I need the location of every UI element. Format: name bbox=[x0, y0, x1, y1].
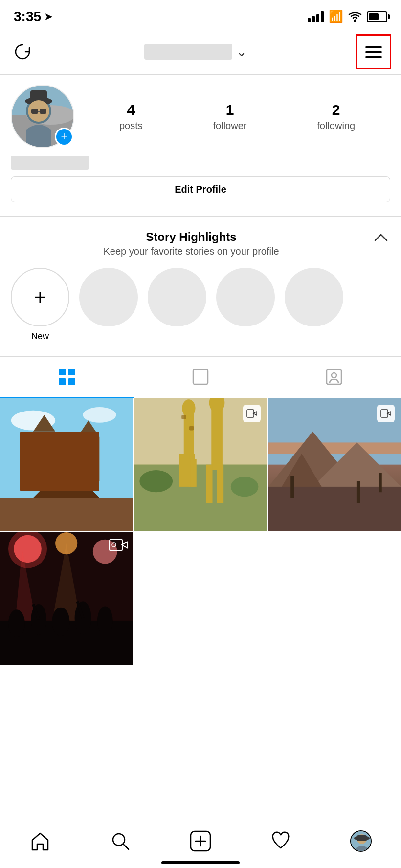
posts-grid bbox=[0, 398, 401, 665]
status-bar: 3:35 ➤ 📶 bbox=[0, 0, 401, 29]
wifi-icon-svg bbox=[348, 11, 362, 22]
highlights-section: Story Highlights Keep your favorite stor… bbox=[0, 216, 401, 356]
post-image-1 bbox=[0, 398, 133, 531]
highlights-header: Story Highlights Keep your favorite stor… bbox=[11, 230, 390, 257]
status-time: 3:35 bbox=[14, 9, 41, 24]
wifi-icon: 📶 bbox=[329, 10, 343, 23]
username-dropdown[interactable]: ⌄ bbox=[144, 44, 247, 60]
nav-avatar-image bbox=[351, 831, 372, 852]
add-icon bbox=[190, 830, 211, 852]
profile-username-display bbox=[11, 156, 89, 170]
new-highlight-label: New bbox=[31, 331, 49, 342]
post-item-4[interactable] bbox=[0, 532, 133, 665]
video-badge-3 bbox=[376, 403, 396, 424]
tagged-view-icon bbox=[325, 368, 343, 386]
svg-rect-8 bbox=[31, 109, 38, 114]
svg-rect-12 bbox=[68, 369, 75, 375]
highlight-item-1[interactable] bbox=[79, 268, 138, 326]
home-bar bbox=[161, 861, 240, 864]
svg-rect-55 bbox=[357, 481, 360, 503]
menu-button[interactable] bbox=[356, 34, 391, 69]
tab-grid[interactable] bbox=[0, 357, 134, 398]
svg-rect-35 bbox=[185, 459, 190, 487]
followers-stat[interactable]: 1 follower bbox=[213, 102, 247, 131]
following-count: 2 bbox=[332, 102, 340, 118]
highlight-item-3[interactable] bbox=[216, 268, 275, 326]
svg-rect-36 bbox=[191, 459, 197, 487]
top-nav: ⌄ bbox=[0, 29, 401, 75]
video-icon-3 bbox=[380, 408, 391, 419]
grid-view-icon bbox=[58, 368, 76, 386]
tab-tagged[interactable] bbox=[267, 357, 401, 398]
profile-stats: 4 posts 1 follower 2 following bbox=[84, 102, 390, 131]
nav-search-button[interactable] bbox=[106, 829, 135, 853]
svg-point-76 bbox=[112, 543, 116, 547]
svg-rect-38 bbox=[182, 415, 186, 419]
highlights-title-area: Story Highlights Keep your favorite stor… bbox=[11, 230, 372, 257]
tab-reels[interactable] bbox=[134, 357, 267, 398]
add-story-button[interactable]: + bbox=[55, 128, 73, 146]
highlight-circle-2 bbox=[148, 268, 206, 326]
svg-rect-29 bbox=[0, 498, 133, 531]
nav-profile-button[interactable] bbox=[346, 829, 376, 853]
video-badge-icon bbox=[243, 405, 261, 422]
svg-point-70 bbox=[75, 602, 91, 635]
svg-rect-49 bbox=[268, 442, 401, 454]
posts-stat[interactable]: 4 posts bbox=[119, 102, 143, 131]
signal-bars-icon bbox=[308, 11, 324, 22]
new-highlight-plus-icon: + bbox=[34, 286, 46, 308]
username-box bbox=[144, 44, 232, 60]
svg-rect-16 bbox=[327, 369, 341, 384]
history-button[interactable] bbox=[10, 39, 35, 65]
post-tabs bbox=[0, 356, 401, 398]
edit-profile-button[interactable]: Edit Profile bbox=[11, 176, 390, 202]
highlights-title: Story Highlights bbox=[11, 230, 372, 244]
post-item-3[interactable] bbox=[268, 398, 401, 531]
svg-rect-27 bbox=[73, 454, 83, 467]
nav-activity-button[interactable] bbox=[266, 829, 295, 853]
svg-rect-53 bbox=[268, 487, 401, 531]
new-highlight-circle: + bbox=[11, 268, 69, 326]
highlight-item-2[interactable] bbox=[148, 268, 206, 326]
chevron-down-icon: ⌄ bbox=[236, 44, 247, 60]
new-highlight-button[interactable]: + New bbox=[11, 268, 69, 342]
highlight-item-4[interactable] bbox=[285, 268, 343, 326]
svg-rect-40 bbox=[212, 404, 223, 470]
svg-line-78 bbox=[123, 844, 129, 849]
svg-rect-13 bbox=[59, 378, 66, 385]
svg-rect-14 bbox=[68, 378, 75, 385]
status-icons: 📶 bbox=[308, 10, 387, 23]
svg-point-71 bbox=[97, 607, 113, 635]
followers-count: 1 bbox=[226, 102, 234, 118]
nav-profile-avatar bbox=[350, 830, 372, 852]
svg-point-45 bbox=[231, 477, 259, 497]
reel-badge-4 bbox=[109, 537, 128, 555]
following-stat[interactable]: 2 following bbox=[317, 102, 355, 131]
following-label: following bbox=[317, 120, 355, 131]
plus-icon: + bbox=[61, 131, 67, 142]
svg-rect-39 bbox=[189, 426, 194, 431]
highlights-circles: + New bbox=[11, 268, 390, 347]
location-icon: ➤ bbox=[44, 10, 53, 23]
home-icon bbox=[30, 831, 50, 851]
highlights-collapse-button[interactable] bbox=[372, 230, 390, 246]
post-item-1[interactable] bbox=[0, 398, 133, 531]
reel-icon bbox=[109, 537, 128, 553]
svg-rect-15 bbox=[193, 369, 208, 384]
svg-rect-11 bbox=[59, 369, 66, 375]
heart-icon bbox=[271, 831, 290, 851]
nav-home-button[interactable] bbox=[25, 829, 55, 853]
svg-point-69 bbox=[52, 608, 69, 636]
svg-rect-41 bbox=[206, 465, 213, 503]
svg-point-44 bbox=[140, 470, 173, 492]
highlight-circle-3 bbox=[216, 268, 275, 326]
svg-point-17 bbox=[332, 373, 336, 378]
followers-label: follower bbox=[213, 120, 247, 131]
posts-label: posts bbox=[119, 120, 143, 131]
history-icon bbox=[13, 42, 32, 62]
post-item-2[interactable] bbox=[134, 398, 267, 531]
avatar-wrapper: + bbox=[11, 85, 74, 148]
svg-rect-22 bbox=[33, 432, 55, 481]
nav-add-button[interactable] bbox=[186, 829, 215, 853]
svg-point-20 bbox=[83, 407, 116, 423]
